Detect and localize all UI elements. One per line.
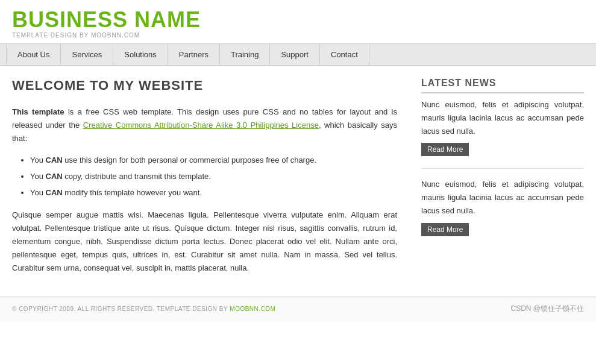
main-wrapper: WELCOME TO MY WEBSITE This template is a… (0, 66, 596, 296)
nav-link-services[interactable]: Services (61, 44, 113, 65)
footer-link[interactable]: MOOBNN.COM (230, 306, 275, 312)
news-divider (421, 168, 584, 169)
sidebar-heading: LATEST NEWS (421, 78, 584, 93)
body-paragraph: Quisque semper augue mattis wisi. Maecen… (12, 209, 397, 275)
news-text-2: Nunc euismod, felis et adipiscing volutp… (421, 178, 584, 218)
nav-link-solutions[interactable]: Solutions (113, 44, 168, 65)
nav-item-contact[interactable]: Contact (320, 44, 369, 65)
news-item-1: Nunc euismod, felis et adipiscing volutp… (421, 98, 584, 156)
nav: About Us Services Solutions Partners Tra… (0, 43, 596, 66)
nav-link-about[interactable]: About Us (6, 44, 61, 65)
copyright-text: © COPYRIGHT 2009. ALL RIGHTS RESERVED. T… (12, 306, 230, 312)
read-more-button-2[interactable]: Read More (421, 223, 469, 236)
sidebar: LATEST NEWS Nunc euismod, felis et adipi… (421, 78, 584, 284)
header: BUSINESS NAME TEMPLATE DESIGN BY MOOBNN.… (0, 0, 596, 43)
nav-item-partners[interactable]: Partners (168, 44, 220, 65)
nav-item-solutions[interactable]: Solutions (113, 44, 168, 65)
intro-bold: This template (12, 107, 64, 116)
nav-link-contact[interactable]: Contact (320, 44, 369, 65)
intro-paragraph: This template is a free CSS web template… (12, 105, 397, 145)
read-more-button-1[interactable]: Read More (421, 143, 469, 156)
license-link[interactable]: Creative Commons Attribution-Share Alike… (83, 121, 319, 130)
list-item-1: You CAN use this design for both persona… (30, 154, 397, 167)
business-name: BUSINESS NAME (12, 9, 584, 31)
list-item-3: You CAN modify this template however you… (30, 187, 397, 199)
footer: © COPYRIGHT 2009. ALL RIGHTS RESERVED. T… (0, 296, 596, 321)
news-text-1: Nunc euismod, felis et adipiscing volutp… (421, 98, 584, 138)
features-list: You CAN use this design for both persona… (30, 154, 397, 199)
footer-copyright: © COPYRIGHT 2009. ALL RIGHTS RESERVED. T… (12, 306, 275, 312)
nav-item-services[interactable]: Services (61, 44, 113, 65)
nav-link-support[interactable]: Support (270, 44, 320, 65)
nav-link-partners[interactable]: Partners (168, 44, 220, 65)
news-item-2: Nunc euismod, felis et adipiscing volutp… (421, 178, 584, 236)
nav-item-training[interactable]: Training (220, 44, 270, 65)
list-item-2: You CAN copy, distribute and transmit th… (30, 171, 397, 183)
page-heading: WELCOME TO MY WEBSITE (12, 78, 397, 93)
nav-item-about[interactable]: About Us (6, 44, 61, 65)
csdn-credit: CSDN @锁住子锁不住 (510, 304, 584, 314)
nav-item-support[interactable]: Support (270, 44, 320, 65)
nav-link-training[interactable]: Training (220, 44, 270, 65)
nav-list: About Us Services Solutions Partners Tra… (0, 44, 596, 65)
main-content: WELCOME TO MY WEBSITE This template is a… (12, 78, 409, 284)
header-subtitle: TEMPLATE DESIGN BY MOOBNN.COM (12, 32, 584, 39)
